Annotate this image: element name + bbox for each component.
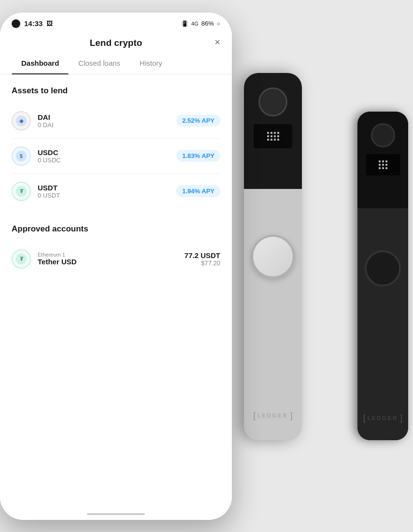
ledger-sec-bracket-left: [ xyxy=(363,413,366,423)
usdc-info: USDC 0 USDC xyxy=(38,148,176,164)
status-icons: 📳 4G 86% ○ xyxy=(181,20,220,27)
battery-level: 86% xyxy=(201,20,214,27)
ledger-sec-bracket-right: ] xyxy=(400,413,402,423)
status-bar: 14:33 🖼 📳 4G 86% ○ xyxy=(0,13,232,32)
asset-item-dai[interactable]: ◈ DAI 0 DAI 2.52% APY xyxy=(12,103,220,139)
svg-text:$: $ xyxy=(20,153,23,158)
dai-logo: ◈ xyxy=(15,115,27,127)
usdt-apy: 1.94% APY xyxy=(176,185,220,197)
dai-symbol: DAI xyxy=(38,113,176,121)
signal-icon: 4G xyxy=(191,21,199,27)
approved-section-title: Approved accounts xyxy=(12,224,220,234)
usdc-symbol: USDC xyxy=(38,148,176,157)
ledger-bracket-right: ] xyxy=(290,411,293,421)
asset-list: ◈ DAI 0 DAI 2.52% APY $ USDC xyxy=(12,103,220,209)
tether-logo: ₮ xyxy=(15,253,27,265)
usdc-icon: $ xyxy=(12,146,31,166)
tether-amount-value: 77.2 USDT xyxy=(185,251,220,259)
home-indicator xyxy=(87,513,145,515)
phone-frame: 14:33 🖼 📳 4G 86% ○ Lend crypto × Dashboa… xyxy=(0,13,232,520)
approved-item-tether[interactable]: ₮ Ethereum 1 Tether USD 77.2 USDT $77.20 xyxy=(12,242,220,276)
svg-text:₮: ₮ xyxy=(20,188,24,194)
svg-text:₮: ₮ xyxy=(20,256,24,261)
main-content: Assets to lend ◈ DAI 0 DAI 2.52% APY xyxy=(0,74,232,504)
camera-dot xyxy=(12,19,20,28)
tether-info: Ethereum 1 Tether USD xyxy=(38,252,185,266)
tether-amount: 77.2 USDT $77.20 xyxy=(185,251,220,267)
usdt-symbol: USDT xyxy=(38,184,176,192)
tether-name: Tether USD xyxy=(38,258,185,266)
usdt-logo: ₮ xyxy=(15,186,27,197)
ledger-sec-logo-text: LEDGER xyxy=(368,415,398,421)
dai-balance: 0 DAI xyxy=(38,121,176,129)
usdc-balance: 0 USDC xyxy=(38,157,176,164)
tether-icon: ₮ xyxy=(12,249,31,269)
svg-text:◈: ◈ xyxy=(19,117,24,123)
usdc-logo: $ xyxy=(15,150,27,162)
tab-history[interactable]: History xyxy=(130,52,172,74)
assets-section-title: Assets to lend xyxy=(12,86,220,96)
ledger-main-button xyxy=(251,235,295,278)
tab-bar: Dashboard Closed loans History xyxy=(0,52,232,74)
close-button[interactable]: × xyxy=(214,37,220,47)
approved-list: ₮ Ethereum 1 Tether USD 77.2 USDT $77.20 xyxy=(12,242,220,276)
usdt-info: USDT 0 USDT xyxy=(38,184,176,199)
app-header: Lend crypto × xyxy=(0,32,232,52)
battery-icon: ○ xyxy=(217,20,220,27)
vibrate-icon: 📳 xyxy=(181,20,188,27)
asset-item-usdt[interactable]: ₮ USDT 0 USDT 1.94% APY xyxy=(12,174,220,209)
ledger-secondary: [ LEDGER ] xyxy=(357,112,408,440)
ledger-primary: [ LEDGER ] xyxy=(244,73,302,440)
ledger-screen xyxy=(254,124,292,148)
dai-apy: 2.52% APY xyxy=(176,115,220,127)
tether-account: Ethereum 1 xyxy=(38,252,185,258)
usdc-apy: 1.83% APY xyxy=(176,150,220,162)
ledger-logo-text: LEDGER xyxy=(257,413,288,418)
dai-info: DAI 0 DAI xyxy=(38,113,176,129)
thumbnail-icon: 🖼 xyxy=(46,20,53,27)
status-time: 14:33 xyxy=(24,19,43,28)
tether-amount-usd: $77.20 xyxy=(185,259,220,267)
tab-dashboard[interactable]: Dashboard xyxy=(12,52,69,74)
ledger-bracket-left: [ xyxy=(253,411,256,421)
ledger-sec-top-button xyxy=(371,123,395,147)
asset-item-usdc[interactable]: $ USDC 0 USDC 1.83% APY xyxy=(12,139,220,174)
ledger-devices: [ LEDGER ] xyxy=(229,49,413,484)
ledger-sec-main-button xyxy=(365,250,401,287)
ledger-sec-screen xyxy=(366,154,400,175)
app-title: Lend crypto xyxy=(90,38,142,48)
dai-icon: ◈ xyxy=(12,111,31,130)
usdt-balance: 0 USDT xyxy=(38,192,176,199)
usdt-icon: ₮ xyxy=(12,182,31,201)
ledger-top-button xyxy=(258,87,287,116)
tab-closed-loans[interactable]: Closed loans xyxy=(69,52,130,74)
